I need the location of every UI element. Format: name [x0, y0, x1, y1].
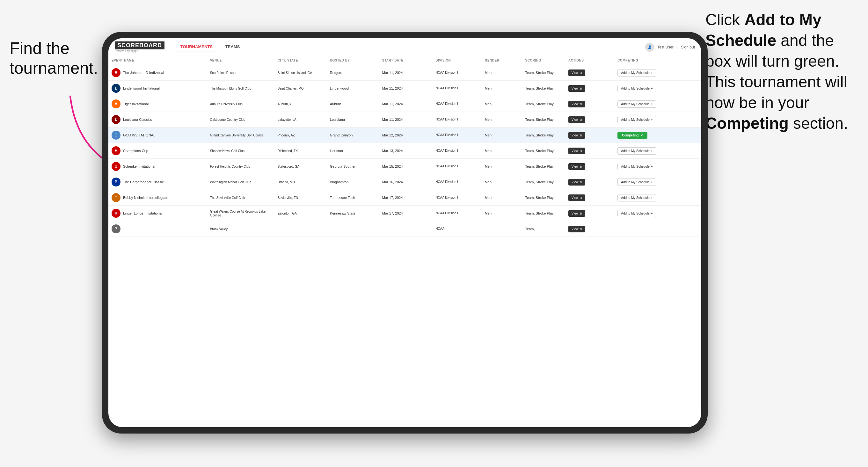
view-button[interactable]: View ⊕ [568, 163, 586, 170]
view-icon: ⊕ [580, 165, 582, 168]
tab-tournaments[interactable]: TOURNAMENTS [174, 42, 219, 52]
cell-hosted [327, 221, 379, 237]
cell-city [275, 221, 327, 237]
event-name: Bobby Nichols Intercollegiate [123, 196, 168, 199]
cell-gender: Men [482, 81, 522, 96]
view-button[interactable]: View ⊕ [568, 132, 586, 139]
cell-gender: Men [482, 127, 522, 143]
cell-event: RThe Johnnie - O Individual [108, 65, 207, 81]
view-button[interactable]: View ⊕ [568, 148, 586, 154]
plus-icon: + [651, 71, 653, 74]
cell-event: KLinger Longer Invitational [108, 206, 207, 221]
cell-date: Mar 11, 2024 [379, 65, 433, 81]
cell-scoring: Team, [522, 221, 565, 237]
cell-venue: Sea Palms Resort [207, 65, 275, 81]
division-text: NCAA Division I [435, 133, 458, 137]
event-name: Louisiana Classics [123, 118, 152, 121]
table-row: BThe Carpetbagger ClassicWorthington Man… [108, 175, 701, 190]
cell-date: Mar 13, 2024 [379, 143, 433, 159]
view-icon: ⊕ [580, 102, 582, 106]
cell-competing: Competing ✓ [614, 127, 701, 143]
team-logo: ? [112, 224, 121, 234]
cell-venue: Shadow Hawk Golf Club [207, 143, 275, 159]
cell-division: NCAA Division I [432, 81, 481, 96]
team-logo: H [112, 146, 121, 155]
view-button[interactable]: View ⊕ [568, 101, 586, 107]
add-schedule-button[interactable]: Add to My Schedule + [617, 194, 656, 201]
cell-city: Lafayette, LA [275, 112, 327, 127]
view-icon: ⊕ [580, 196, 582, 199]
logo-area: SCOREBOARD Powered by clippd [115, 41, 164, 53]
cell-competing: Add to My Schedule + [614, 175, 701, 190]
view-button[interactable]: View ⊕ [568, 116, 586, 123]
cell-division: NCAA Division I [432, 127, 481, 143]
view-button[interactable]: View ⊕ [568, 69, 586, 76]
venue-name: Auburn University Club [210, 102, 243, 106]
add-schedule-button[interactable]: Add to My Schedule + [617, 116, 656, 123]
view-button[interactable]: View ⊕ [568, 179, 586, 186]
cell-actions: View ⊕ [565, 112, 614, 127]
cell-actions: View ⊕ [565, 159, 614, 175]
app-logo: SCOREBOARD [115, 41, 164, 50]
view-button[interactable]: View ⊕ [568, 210, 586, 217]
annotation-right: Click Add to My Schedule and the box wil… [706, 9, 859, 134]
cell-hosted: Binghamton [327, 175, 379, 190]
cell-actions: View ⊕ [565, 65, 614, 81]
cell-hosted: Houston [327, 143, 379, 159]
cell-actions: View ⊕ [565, 175, 614, 190]
add-schedule-button[interactable]: Add to My Schedule + [617, 100, 656, 108]
plus-icon: + [651, 165, 653, 168]
competing-button[interactable]: Competing ✓ [617, 132, 647, 139]
cell-gender [482, 221, 522, 237]
cell-date: Mar 17, 2024 [379, 206, 433, 221]
add-schedule-button[interactable]: Add to My Schedule + [617, 69, 656, 76]
venue-name: Worthington Manor Golf Club [210, 180, 251, 184]
cell-scoring: Team, Stroke Play [522, 96, 565, 112]
add-schedule-button[interactable]: Add to My Schedule + [617, 147, 656, 155]
cell-division: NCAA Division I [432, 96, 481, 112]
cell-venue: Grand Canyon University Golf Course [207, 127, 275, 143]
team-logo: B [112, 178, 121, 186]
tournaments-table: EVENT NAME VENUE CITY, STATE HOSTED BY S… [108, 56, 701, 237]
table-row: GSchenkel InvitationalForest Heights Cou… [108, 159, 701, 175]
cell-hosted: Louisiana [327, 112, 379, 127]
city-state: Auburn, AL [278, 102, 293, 106]
add-schedule-button[interactable]: Add to My Schedule + [617, 179, 656, 186]
view-icon: ⊕ [580, 118, 582, 121]
powered-by: Powered by clippd [115, 50, 164, 53]
table-row: LLindenwood InvitationalThe Missouri Blu… [108, 81, 701, 96]
user-avatar: 👤 [645, 43, 654, 52]
cell-event: HChampions Cup [108, 143, 207, 159]
add-schedule-button[interactable]: Add to My Schedule + [617, 210, 656, 217]
city-state: Eatonton, GA [278, 212, 297, 215]
cell-competing: Add to My Schedule + [614, 65, 701, 81]
view-button[interactable]: View ⊕ [568, 194, 586, 201]
division-text: NCAA Division I [435, 164, 458, 168]
cell-date: Mar 12, 2024 [379, 127, 433, 143]
cell-venue: The Missouri Bluffs Golf Club [207, 81, 275, 96]
sign-out-link[interactable]: Sign out [681, 45, 695, 50]
cell-date [379, 221, 433, 237]
add-schedule-button[interactable]: Add to My Schedule + [617, 163, 656, 170]
col-header-city: CITY, STATE [275, 56, 327, 65]
table-row: ATiger InvitationalAuburn University Clu… [108, 96, 701, 112]
table-row: LLouisiana ClassicsOakbourne Country Clu… [108, 112, 701, 127]
cell-actions: View ⊕ [565, 127, 614, 143]
cell-date: Mar 11, 2024 [379, 81, 433, 96]
tab-teams[interactable]: TEAMS [219, 42, 246, 52]
view-icon: ⊕ [580, 212, 582, 215]
add-schedule-button[interactable]: Add to My Schedule + [617, 85, 656, 92]
cell-gender: Men [482, 206, 522, 221]
view-button[interactable]: View ⊕ [568, 85, 586, 92]
view-icon: ⊕ [580, 133, 582, 137]
city-state: Saint Charles, MO [278, 87, 304, 90]
view-button[interactable]: View ⊕ [568, 226, 586, 232]
event-name: GCU INVITATIONAL [123, 133, 155, 137]
division-text: NCAA Division I [435, 196, 458, 199]
cell-actions: View ⊕ [565, 81, 614, 96]
cell-event: LLouisiana Classics [108, 112, 207, 127]
plus-icon: + [651, 180, 653, 184]
cell-venue: The Sevierville Golf Club [207, 190, 275, 206]
cell-date: Mar 16, 2024 [379, 175, 433, 190]
cell-date: Mar 11, 2024 [379, 96, 433, 112]
